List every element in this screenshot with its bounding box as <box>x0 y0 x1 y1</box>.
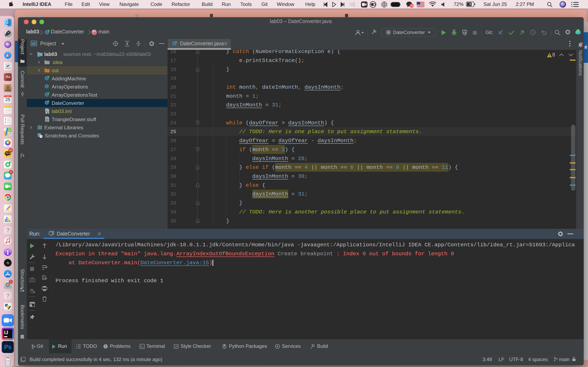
svg-text:N: N <box>411 4 413 7</box>
svg-text:C: C <box>46 77 48 80</box>
svg-text:tv: tv <box>7 261 9 264</box>
svg-text:C: C <box>46 85 48 88</box>
svg-text:C: C <box>46 93 48 96</box>
svg-text:C: C <box>173 42 175 45</box>
svg-text:C: C <box>46 31 48 34</box>
svg-text:C: C <box>46 101 48 105</box>
